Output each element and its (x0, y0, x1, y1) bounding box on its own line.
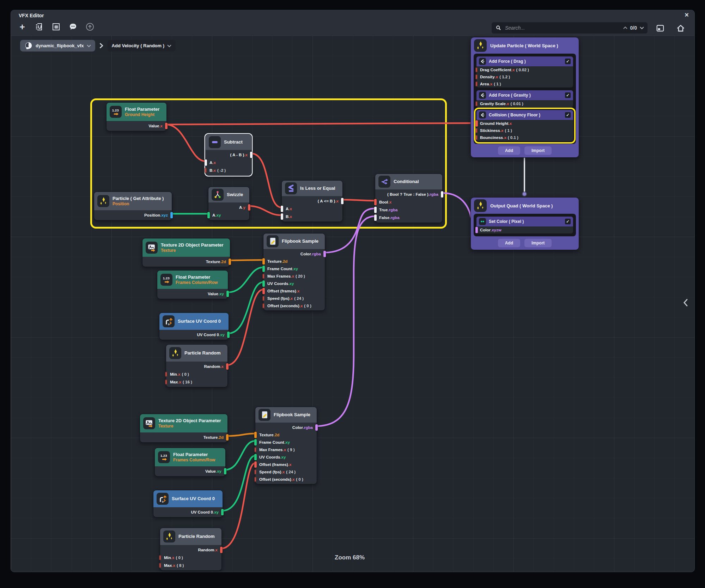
update-particle[interactable]: Update Particle ( World Space )Add Force… (470, 37, 579, 158)
update-particle-import-button[interactable]: Import (524, 146, 552, 155)
port-add-force-gravity-gravity-scale[interactable] (475, 101, 478, 106)
float-parameter-frames-bottom[interactable]: 1.23Float ParameterFrames Column/RowValu… (154, 448, 226, 477)
port-add-force-drag-area[interactable] (475, 81, 478, 86)
vfx-editor-window: VFX Editor × + 0/0 (11, 10, 695, 572)
port-float-parameter-frames-top-value[interactable] (226, 291, 229, 297)
texture-2d-object-parameter-bottom[interactable]: Texture 2D Object ParameterTextureTextur… (140, 414, 228, 443)
svg-text:0: 0 (168, 323, 170, 326)
port-collision-bouncy-floor-bounciness[interactable] (475, 135, 478, 140)
set-color-pixel-enabled-checkbox[interactable]: ✓ (565, 219, 571, 224)
port-flipbook-sample-top-frame-count[interactable] (262, 266, 265, 272)
collision-bouncy-floor[interactable]: Collision ( Bouncy Floor )✓Ground Height… (476, 110, 573, 141)
add-force-gravity[interactable]: Add Force ( Gravity )✓Gravity Scale.x ( … (476, 90, 573, 107)
block-icon (479, 92, 486, 99)
port-subtract-a[interactable] (205, 159, 207, 166)
port-particle-random-bottom-min[interactable] (159, 555, 161, 560)
swizzle[interactable]: SwizzleA.yA.xy (208, 187, 250, 220)
port-flipbook-sample-top-color[interactable] (323, 251, 326, 257)
port-flipbook-sample-bottom-speed-fps[interactable] (254, 469, 256, 474)
port-flipbook-sample-top-uv-coords[interactable] (262, 280, 265, 287)
add-force-drag-enabled-checkbox[interactable]: ✓ (565, 59, 571, 64)
flipbook-sample-bottom[interactable]: Flipbook SampleColor.rgbaTexture.2dFrame… (255, 407, 317, 484)
add-force-drag[interactable]: Add Force ( Drag )✓Drag Coefficient.x ( … (476, 56, 573, 87)
is-less-or-equal[interactable]: Is Less or Equal( A <= B ).xA.xB.x (281, 180, 343, 222)
port-is-less-or-equal-b[interactable] (281, 213, 283, 220)
port-flipbook-sample-bottom-offset-seconds[interactable] (254, 477, 256, 482)
flow-anchor-dot[interactable] (522, 192, 527, 196)
wire-random-top-to-flipbook[interactable] (227, 290, 263, 365)
port-surface-uv-coord-0-top-uv-coord-0[interactable] (227, 332, 230, 338)
port-particle-get-attribute-position-position[interactable] (170, 212, 173, 218)
wire-uv-top-to-flipbook[interactable] (228, 282, 263, 333)
particle-random-bottom[interactable]: Particle RandomRandom.xMin.x ( 0 )Max.x … (160, 528, 222, 571)
add-force-drag-row-drag-coefficient: Drag Coefficient.x ( 0.02 ) (476, 66, 573, 73)
port-particle-random-top-max[interactable] (165, 380, 167, 384)
port-swizzle-a[interactable] (248, 204, 250, 211)
output-quad-import-button[interactable]: Import (524, 239, 552, 247)
port-flipbook-sample-bottom-offset-frames[interactable] (254, 461, 257, 468)
collision-bouncy-floor-enabled-checkbox[interactable]: ✓ (565, 112, 571, 118)
add-force-gravity-enabled-checkbox[interactable]: ✓ (565, 92, 571, 98)
port-is-less-or-equal-a[interactable] (281, 206, 283, 212)
port-float-parameter-frames-bottom-value[interactable] (224, 468, 226, 474)
port-flipbook-sample-top-offset-frames[interactable] (262, 288, 265, 294)
port-add-force-drag-drag-coefficient[interactable] (475, 67, 478, 72)
port-subtract-b[interactable] (205, 168, 207, 173)
float-parameter-ground-height[interactable]: 1.23Float ParameterGround HeightValue.x (106, 102, 167, 131)
port-texture-2d-object-parameter-top-texture[interactable] (229, 259, 231, 265)
port-particle-random-bottom-random[interactable] (220, 547, 223, 553)
port-flipbook-sample-top-speed-fps[interactable] (262, 296, 265, 301)
wire-frames-bottom-to-flipbook[interactable] (225, 441, 255, 470)
port-set-color-pixel-color[interactable] (475, 227, 478, 233)
port-swizzle-a[interactable] (207, 212, 210, 218)
float-parameter-frames-top[interactable]: 1.23Float ParameterFrames Column/RowValu… (157, 270, 228, 299)
breadcrumb-graph[interactable]: dynamic_flipbook_vfx (20, 40, 95, 51)
port-flipbook-sample-top-max-frames[interactable] (262, 274, 265, 279)
surface-uv-coord-0-top[interactable]: 0Surface UV Coord 0UV Coord 0.xy (159, 313, 229, 340)
port-conditional-bool[interactable] (374, 199, 377, 205)
port-flipbook-sample-bottom-texture[interactable] (254, 432, 257, 438)
port-subtract-a-b[interactable] (250, 152, 253, 158)
panel-collapse-handle[interactable] (683, 299, 688, 308)
output-quad[interactable]: Output Quad ( World Space )Set Color ( P… (470, 197, 579, 250)
port-particle-random-bottom-max[interactable] (159, 563, 161, 568)
port-texture-2d-object-parameter-bottom-texture[interactable] (226, 434, 229, 441)
particle-get-attribute-position[interactable]: Particle ( Get Attribute )PositionPositi… (94, 192, 172, 220)
port-flipbook-sample-top-offset-seconds[interactable] (262, 303, 265, 308)
flipbook-sample-top[interactable]: Flipbook SampleColor.rgbaTexture.2dFrame… (263, 233, 325, 311)
output-quad-add-button[interactable]: Add (498, 239, 520, 247)
port-conditional-false[interactable] (374, 214, 377, 221)
port-conditional-bool-true-false[interactable] (441, 191, 443, 198)
port-particle-random-top-random[interactable] (226, 363, 229, 370)
port-flipbook-sample-bottom-color[interactable] (315, 424, 318, 431)
set-color-pixel-header: Set Color ( Pixel )✓ (476, 217, 573, 226)
conditional[interactable]: Conditional( Bool ? True : False ).rgbaB… (375, 174, 443, 223)
wire-uv-bottom-to-flipbook[interactable] (222, 456, 255, 511)
graph-canvas[interactable]: 1.23Float ParameterGround HeightValue.xS… (11, 36, 694, 572)
set-color-pixel[interactable]: Set Color ( Pixel )✓Color.xyzw (476, 217, 573, 234)
breadcrumb-context[interactable]: Add Velocity ( Random ) (108, 40, 176, 51)
port-surface-uv-coord-0-bottom-uv-coord-0[interactable] (221, 509, 224, 515)
port-flipbook-sample-bottom-max-frames[interactable] (254, 447, 256, 452)
port-flipbook-sample-bottom-frame-count[interactable] (254, 439, 257, 445)
port-float-parameter-ground-height-value[interactable] (165, 123, 168, 129)
block-title: Collision ( Bouncy Floor ) (489, 113, 540, 117)
port-particle-random-top-min[interactable] (165, 372, 167, 377)
port-conditional-true[interactable] (374, 207, 377, 213)
port-flipbook-sample-top-texture[interactable] (262, 258, 265, 265)
port-collision-bouncy-floor-stickiness[interactable] (475, 128, 478, 133)
texture-2d-object-parameter-top[interactable]: Texture 2D Object ParameterTextureTextur… (142, 238, 230, 267)
wire-texture-bottom-to-flipbook[interactable] (227, 434, 255, 436)
svg-text:1.23: 1.23 (163, 276, 170, 280)
wire-texture-top-to-flipbook[interactable] (230, 260, 263, 260)
surface-uv-coord-0-bottom[interactable]: 0Surface UV Coord 0UV Coord 0.xy (153, 490, 223, 517)
subtract[interactable]: Subtract( A - B ).xA.xB.x ( -2 ) (205, 134, 252, 176)
particle-random-top[interactable]: Particle RandomRandom.xMin.x ( 0 )Max.x … (166, 344, 228, 387)
port-collision-bouncy-floor-ground-height[interactable] (475, 120, 478, 127)
wire-random-bottom-to-flipbook[interactable] (221, 463, 255, 548)
port-is-less-or-equal-a-b[interactable] (341, 198, 344, 204)
update-particle-add-button[interactable]: Add (498, 146, 520, 155)
port-flipbook-sample-bottom-uv-coords[interactable] (254, 454, 257, 460)
port-add-force-drag-density[interactable] (475, 74, 478, 79)
wire-frames-top-to-flipbook[interactable] (227, 267, 263, 292)
